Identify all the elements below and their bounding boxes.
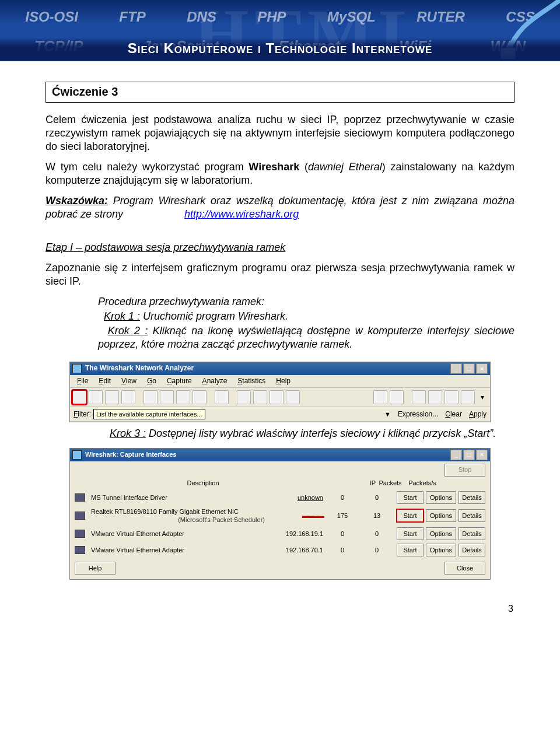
nic-icon (75, 530, 85, 538)
toolbar-button[interactable] (144, 390, 158, 404)
interfaces-header: Description IP Packets Packets/s (70, 477, 490, 489)
menu-statistics[interactable]: Statistics (233, 376, 270, 386)
maximize-button[interactable]: □ (463, 450, 475, 460)
start-button[interactable]: Start (397, 527, 424, 540)
intro-paragraph-1: Celem ćwiczenia jest podstawowa analiza … (46, 113, 514, 153)
toolbar-button[interactable] (428, 390, 442, 404)
intro-paragraph-2: W tym celu należy wykorzystać program Wi… (46, 160, 514, 187)
start-button-highlighted[interactable]: Start (397, 509, 424, 522)
iface-ip-redacted: ▬▬▬▬ (267, 512, 326, 520)
filter-dropdown-icon[interactable]: ▼ (384, 410, 391, 418)
toolbar-button[interactable] (390, 390, 404, 404)
start-button[interactable]: Start (397, 544, 424, 556)
menu-capture[interactable]: Capture (162, 376, 197, 386)
close-dialog-button[interactable]: Close (444, 562, 485, 575)
col-ip: IP (317, 479, 376, 487)
stage-1-heading: Etap I – podstawowa sesja przechwytywani… (46, 241, 514, 254)
tooltip-list-interfaces: List the available capture interfaces... (93, 409, 205, 419)
banner-word: FTP (119, 9, 145, 25)
toolbar-button[interactable] (373, 390, 387, 404)
toolbar: ▾ (70, 388, 490, 407)
toolbar-button[interactable] (160, 390, 174, 404)
wireshark-link[interactable]: http://www.wireshark.org (184, 208, 299, 220)
col-packets: Packets (376, 479, 405, 487)
step-3: Krok 3 : Dostępnej listy wybrać właściwy… (104, 427, 514, 440)
options-button[interactable]: Options (426, 509, 456, 522)
toolbar-button[interactable] (192, 390, 206, 404)
minimize-button[interactable]: _ (450, 363, 462, 374)
toolbar-button[interactable] (215, 390, 229, 404)
close-button[interactable]: × (476, 363, 488, 374)
toolbar-button[interactable] (444, 390, 459, 404)
iface-pk: 0 (328, 530, 357, 538)
iface-pks: 0 (359, 530, 394, 538)
toolbar-dropdown-icon[interactable]: ▾ (477, 393, 488, 402)
menu-edit[interactable]: Edit (94, 376, 116, 386)
wireshark-icon (72, 450, 82, 460)
options-button[interactable]: Options (426, 544, 456, 556)
interface-row: VMware Virtual Ethernet Adapter 192.168.… (70, 526, 490, 542)
toolbar-button[interactable] (89, 390, 103, 404)
menu-view[interactable]: View (117, 376, 141, 386)
iface-pks: 0 (359, 546, 394, 554)
toolbar-button[interactable] (412, 390, 426, 404)
iface-pk: 0 (328, 493, 357, 502)
page-banner: HTML ISO-OSI FTP DNS PHP MySQL RUTER CSS… (0, 0, 560, 61)
step-1: Krok 1 : Uruchomić program Wireshark. (98, 310, 514, 323)
iface-desc: Realtek RTL8169/8110 Family Gigabit Ethe… (91, 507, 265, 524)
iface-ip: 192.168.19.1 (267, 530, 326, 538)
toolbar-button[interactable] (176, 390, 190, 404)
nic-icon (75, 546, 85, 554)
toolbar-button[interactable] (286, 390, 300, 404)
toolbar-button[interactable] (105, 390, 119, 404)
stage-1-paragraph: Zapoznanie się z interfejsem graficznym … (46, 261, 514, 288)
details-button[interactable]: Details (459, 491, 485, 504)
toolbar-button[interactable] (270, 390, 284, 404)
interface-row: Realtek RTL8169/8110 Family Gigabit Ethe… (70, 506, 490, 526)
dialog-titlebar: Wireshark: Capture Interfaces _ □ × (70, 449, 490, 461)
details-button[interactable]: Details (459, 544, 485, 556)
maximize-button[interactable]: □ (463, 363, 475, 374)
banner-word: RUTER (416, 9, 465, 25)
procedure-title: Procedura przechwytywania ramek: (98, 295, 514, 309)
nic-icon (75, 493, 85, 502)
hint-paragraph: Wskazówka: Program Wireshark oraz wszelk… (46, 194, 514, 221)
dialog-title: Wireshark: Capture Interfaces (85, 450, 176, 458)
list-interfaces-button[interactable] (72, 390, 86, 404)
document-body: Ćwiczenie 3 Celem ćwiczenia jest podstaw… (0, 61, 560, 632)
menu-help[interactable]: Help (271, 376, 295, 386)
menu-file[interactable]: File (72, 376, 93, 386)
banner-word: CSS (506, 9, 534, 25)
help-button[interactable]: Help (75, 562, 116, 575)
close-button[interactable]: × (476, 450, 488, 460)
menu-bar: File Edit View Go Capture Analyze Statis… (70, 375, 490, 388)
iface-desc: MS Tunnel Interface Driver (91, 493, 265, 502)
start-button[interactable]: Start (397, 491, 424, 504)
window-titlebar: The Wireshark Network Analyzer _ □ × (70, 362, 490, 375)
iface-pks: 13 (359, 512, 394, 520)
iface-pk: 0 (328, 546, 357, 554)
menu-analyze[interactable]: Analyze (198, 376, 232, 386)
toolbar-button[interactable] (121, 390, 135, 404)
apply-button[interactable]: Apply (469, 410, 487, 419)
capture-interfaces-dialog: Wireshark: Capture Interfaces _ □ × Stop… (69, 448, 491, 580)
options-button[interactable]: Options (426, 491, 456, 504)
clear-button[interactable]: Clear (445, 410, 462, 419)
toolbar-button[interactable] (253, 390, 267, 404)
iface-desc: VMware Virtual Ethernet Adapter (91, 530, 265, 538)
toolbar-button[interactable] (237, 390, 251, 404)
banner-word: PHP (257, 9, 286, 25)
filter-bar: Filter: List the available capture inter… (70, 407, 490, 422)
stop-button[interactable]: Stop (444, 464, 485, 477)
nic-icon (75, 512, 85, 520)
menu-go[interactable]: Go (142, 376, 161, 386)
filter-label: Filter: (74, 410, 91, 419)
toolbar-button[interactable] (461, 390, 475, 404)
options-button[interactable]: Options (426, 527, 456, 540)
page-number: 3 (46, 603, 514, 615)
minimize-button[interactable]: _ (450, 450, 462, 460)
details-button[interactable]: Details (459, 509, 485, 522)
details-button[interactable]: Details (459, 527, 485, 540)
expression-button[interactable]: Expression... (398, 410, 438, 419)
col-packets-s: Packets/s (405, 479, 440, 487)
